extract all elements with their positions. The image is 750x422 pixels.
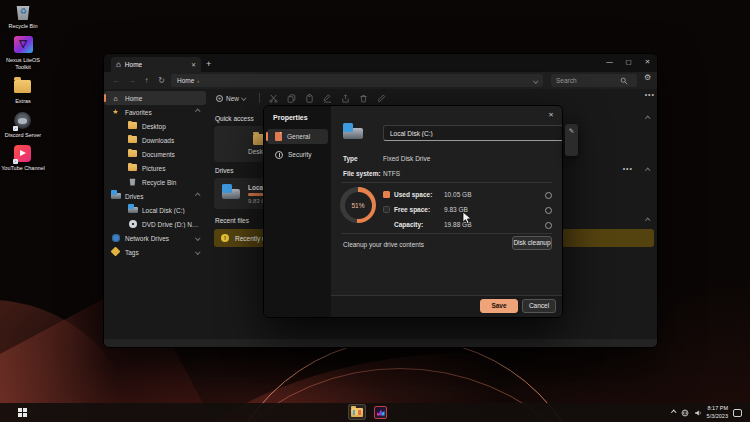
sidebar-item-documents[interactable]: Documents <box>104 147 206 161</box>
paste-icon[interactable] <box>305 94 314 103</box>
drive-icon <box>222 189 240 199</box>
share-icon[interactable] <box>341 94 350 103</box>
tab-home[interactable]: ⌂ Home ✕ <box>111 57 201 72</box>
desktop-icon-recycle-bin[interactable]: Recycle Bin <box>0 2 46 30</box>
chevron-down-icon[interactable] <box>195 236 200 241</box>
sidebar-section-drives[interactable]: Drives <box>104 189 206 203</box>
disk-cleanup-button[interactable]: Disk cleanup <box>512 236 552 250</box>
quick-access-label: Quick access <box>215 115 254 122</box>
info-icon[interactable] <box>545 222 552 229</box>
forward-icon[interactable]: → <box>124 76 139 85</box>
recent-files-label: Recent files <box>215 217 249 224</box>
new-tab-button[interactable]: + <box>206 58 211 71</box>
cut-icon[interactable] <box>269 94 278 103</box>
sidebar-section-label: Drives <box>125 193 143 200</box>
chevron-down-icon[interactable] <box>533 78 538 83</box>
refresh-icon[interactable]: ↻ <box>154 76 169 85</box>
dialog-tab-general[interactable]: General <box>267 129 328 144</box>
sidebar-item-home[interactable]: ⌂ Home <box>104 91 206 105</box>
home-icon: ⌂ <box>111 95 120 102</box>
breadcrumb[interactable]: Home <box>177 77 194 84</box>
volume-icon[interactable] <box>694 409 702 417</box>
search-box[interactable] <box>551 74 637 87</box>
up-icon[interactable]: ↑ <box>139 76 154 85</box>
edit-icon[interactable] <box>377 94 386 103</box>
sidebar-section-network-drives[interactable]: Network Drives <box>104 231 206 245</box>
search-input[interactable] <box>556 77 620 84</box>
sidebar-section-label: Tags <box>125 249 139 256</box>
free-space-label: Free space: <box>394 206 440 213</box>
dialog-tab-label: General <box>287 133 310 140</box>
chevron-up-icon[interactable] <box>645 168 650 173</box>
sidebar-section-label: Network Drives <box>125 235 169 242</box>
sidebar-item-desktop[interactable]: Desktop <box>104 119 206 133</box>
sidebar-item-pictures[interactable]: Pictures <box>104 161 206 175</box>
network-icon <box>112 234 120 242</box>
info-icon[interactable] <box>545 207 552 214</box>
copy-icon[interactable] <box>287 94 296 103</box>
donut-percent-label: 51% <box>351 202 364 209</box>
sidebar-item-dvd-drive-d[interactable]: DVD Drive (D:) Nexus.Lit <box>104 217 206 231</box>
divider <box>341 182 552 183</box>
back-icon[interactable]: ← <box>109 76 124 85</box>
drive-name-input[interactable] <box>383 125 563 141</box>
dialog-close-icon[interactable]: ✕ <box>544 109 558 121</box>
plus-icon: + <box>216 95 223 102</box>
maximize-button[interactable]: ▢ <box>619 54 638 71</box>
action-center-icon[interactable] <box>733 409 742 417</box>
chevron-up-icon[interactable] <box>195 194 200 199</box>
address-bar[interactable]: Home › <box>171 74 543 87</box>
folder-icon <box>128 164 137 171</box>
desktop-icon-label: YouTube Channel <box>1 165 45 172</box>
folder-icon <box>128 150 137 157</box>
sidebar-section-tags[interactable]: Tags <box>104 245 206 259</box>
info-icon[interactable] <box>545 192 552 199</box>
close-button[interactable]: ✕ <box>638 54 657 71</box>
breadcrumb-separator: › <box>197 78 199 84</box>
new-button[interactable]: + New <box>212 93 250 104</box>
taskbar-file-explorer[interactable] <box>348 404 366 420</box>
chevron-up-icon[interactable] <box>645 218 650 223</box>
clock-time: 8:17 PM <box>707 405 728 412</box>
sidebar: ⌂ Home ★ Favorites Desktop Downloads <box>104 89 206 339</box>
minimize-button[interactable]: — <box>600 54 619 71</box>
sidebar-item-label: DVD Drive (D:) Nexus.Lit <box>142 221 199 228</box>
more-options-icon[interactable]: ••• <box>623 165 633 172</box>
taskbar-apps <box>348 404 389 420</box>
network-icon[interactable] <box>681 409 689 417</box>
mouse-cursor <box>462 211 472 225</box>
dialog-tab-security[interactable]: Security <box>267 147 328 162</box>
chevron-up-icon[interactable] <box>195 110 200 115</box>
more-options-icon[interactable]: ••• <box>645 91 655 98</box>
desktop-icon-nexus-toolkit[interactable]: Nexus LiteOS Toolkit <box>0 36 46 71</box>
edit-flyout[interactable]: ✎ <box>565 124 578 156</box>
sidebar-item-label: Downloads <box>142 137 174 144</box>
chevron-down-icon[interactable] <box>195 250 200 255</box>
sidebar-item-local-disk-c[interactable]: Local Disk (C:) <box>104 203 206 217</box>
sidebar-item-downloads[interactable]: Downloads <box>104 133 206 147</box>
sidebar-item-recycle-bin[interactable]: Recycle Bin <box>104 175 206 189</box>
type-label: Type <box>343 155 358 162</box>
capacity-label: Capacity: <box>394 221 440 228</box>
desktop-icon-label: Discord Server <box>5 132 41 139</box>
general-tab-icon <box>275 132 282 141</box>
save-button[interactable]: Save <box>480 299 518 313</box>
taskbar-nexus-toolkit[interactable] <box>371 404 389 420</box>
rename-icon[interactable] <box>323 94 332 103</box>
desktop-icon-discord[interactable]: Discord Server <box>0 111 46 139</box>
tab-close-icon[interactable]: ✕ <box>191 61 196 68</box>
star-icon: ★ <box>111 108 120 116</box>
desktop-icon-extras[interactable]: Extras <box>0 77 46 105</box>
delete-icon[interactable] <box>359 94 368 103</box>
sidebar-section-favorites[interactable]: ★ Favorites <box>104 105 206 119</box>
tray-chevron-up-icon[interactable] <box>671 410 676 415</box>
tab-bar: ⌂ Home ✕ + — ▢ ✕ <box>104 54 657 72</box>
desktop-icon-youtube[interactable]: YouTube Channel <box>0 144 46 172</box>
gear-icon[interactable]: ⚙ <box>644 73 651 82</box>
free-space-row: Free space: 9.83 GB <box>383 206 468 213</box>
taskbar-clock[interactable]: 8:17 PM 5/3/2023 <box>707 405 728 419</box>
chevron-up-icon[interactable] <box>645 116 650 121</box>
cancel-button[interactable]: Cancel <box>522 299 556 313</box>
windows-start-icon[interactable] <box>18 408 27 417</box>
window-controls: — ▢ ✕ <box>600 54 657 71</box>
